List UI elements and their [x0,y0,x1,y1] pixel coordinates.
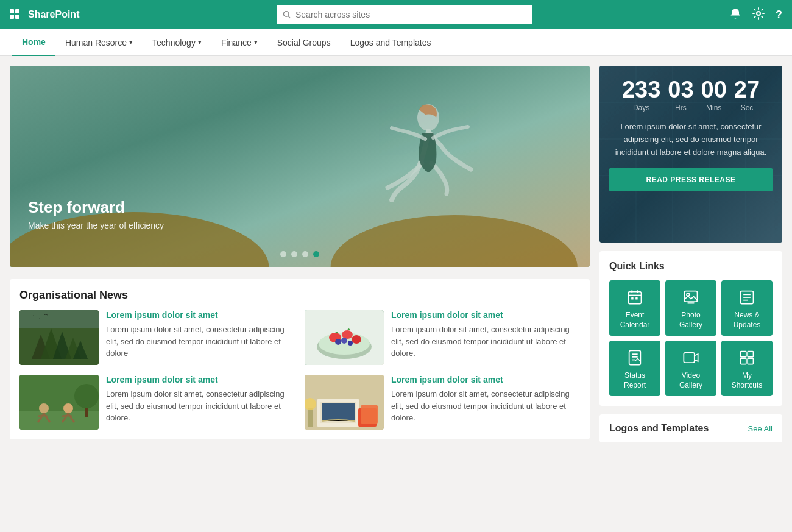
hero-slider[interactable]: Step forward Make this year the year of … [10,66,590,267]
app-title: SharePoint [28,9,79,20]
news-title-3[interactable]: Lorem ipsum dolor sit amet [106,375,295,385]
news-updates-label: News & Updates [726,311,768,330]
svg-rect-56 [687,302,695,303]
countdown-days: 233 Days [622,78,660,112]
news-content-1: Lorem ipsum dolor sit amet Lorem ipsum d… [106,310,295,360]
grid-icon[interactable] [10,9,21,20]
svg-line-5 [288,16,290,18]
svg-rect-68 [741,358,746,364]
logos-title: Logos and Templates [609,423,709,434]
photo-gallery-label: Photo Gallery [670,311,712,330]
nav-logos-templates[interactable]: Logos and Templates [341,29,441,56]
nav-social-groups[interactable]: Social Groups [267,29,341,56]
chevron-down-icon: ▾ [198,38,202,46]
news-body-3: Lorem ipsum dolor sit amet, consectetur … [106,388,295,424]
svg-rect-17 [19,310,99,328]
hero-dot-4[interactable] [313,251,319,257]
logos-see-all-link[interactable]: See All [748,424,773,433]
svg-rect-38 [361,405,378,424]
news-title-4[interactable]: Lorem ipsum dolor sit amet [391,375,580,385]
svg-rect-67 [748,352,753,357]
settings-gear-icon[interactable] [752,7,765,23]
svg-rect-2 [10,15,14,19]
quick-link-video-gallery[interactable]: Video Gallery [665,341,716,396]
svg-point-30 [63,403,73,413]
event-calendar-label: Event Calendar [614,311,656,330]
svg-rect-3 [15,15,19,19]
status-report-label: Status Report [614,371,656,390]
report-icon [626,349,643,366]
nav-technology[interactable]: Technology ▾ [143,29,211,56]
notification-bell-icon[interactable] [729,7,741,23]
sec-label: Sec [734,104,760,112]
days-value: 233 [622,78,660,101]
logos-templates-section: Logos and Templates See All [599,414,782,442]
days-label: Days [622,104,660,112]
quick-link-status-report[interactable]: Status Report [609,341,660,396]
main-layout: Step forward Make this year the year of … [0,56,792,442]
svg-point-4 [283,12,289,17]
countdown-hours: 03 Hrs [668,78,693,112]
top-nav-actions: ? [729,7,782,23]
svg-rect-66 [741,352,746,357]
svg-point-29 [39,403,49,413]
quick-link-photo-gallery[interactable]: Photo Gallery [665,280,716,336]
quick-link-my-shortcuts[interactable]: My Shortcuts [721,341,773,396]
svg-rect-36 [322,403,355,421]
hero-dot-1[interactable] [280,251,286,257]
countdown-seconds: 27 Sec [734,78,760,112]
svg-point-26 [348,341,353,346]
quick-link-news-updates[interactable]: News & Updates [721,280,773,336]
countdown-minutes: 00 Mins [701,78,727,112]
countdown-description: Lorem ipsum dolor sit amet, consectetur … [609,121,773,158]
org-news-title: Organisational News [19,289,580,302]
my-shortcuts-label: My Shortcuts [726,371,768,390]
press-release-button[interactable]: READ PRESS RELEASE [609,168,773,191]
chevron-down-icon: ▾ [254,38,258,46]
hero-dots [280,251,319,257]
nav-human-resource[interactable]: Human Resorce ▾ [55,29,143,56]
svg-rect-54 [685,291,698,302]
quick-links-title: Quick Links [609,261,773,272]
quick-links-section: Quick Links Event Calendar [599,251,782,406]
news-grid: Lorem ipsum dolor sit amet Lorem ipsum d… [19,310,580,430]
hero-dot-3[interactable] [302,251,308,257]
news-title-2[interactable]: Lorem ipsum dolor sit amet [391,310,580,320]
svg-rect-39 [308,408,313,427]
news-body-1: Lorem ipsum dolor sit amet, consectetur … [106,324,295,360]
shortcuts-icon [738,349,755,366]
svg-rect-69 [748,358,753,364]
hero-dot-2[interactable] [291,251,297,257]
hrs-value: 03 [668,78,693,101]
org-news-section: Organisational News [10,279,590,439]
video-icon [682,349,699,366]
search-bar[interactable] [277,5,532,24]
svg-rect-48 [629,292,642,304]
nav-finance[interactable]: Finance ▾ [211,29,267,56]
svg-rect-65 [684,353,695,363]
nav-home[interactable]: Home [12,29,55,56]
top-navigation: SharePoint ? [0,0,792,29]
search-input[interactable] [295,10,526,20]
video-gallery-label: Video Gallery [670,371,712,390]
svg-point-7 [757,12,760,15]
countdown-content: 233 Days 03 Hrs 00 Mins 27 Sec [609,78,773,191]
chevron-down-icon: ▾ [129,38,133,46]
quick-link-event-calendar[interactable]: Event Calendar [609,280,660,336]
news-item: Lorem ipsum dolor sit amet Lorem ipsum d… [19,310,295,365]
news-title-1[interactable]: Lorem ipsum dolor sit amet [106,310,295,320]
hero-figure [322,78,517,261]
right-sidebar: 233 Days 03 Hrs 00 Mins 27 Sec [599,66,782,442]
svg-point-31 [74,384,99,408]
svg-rect-52 [631,297,634,300]
svg-rect-1 [15,9,19,13]
sec-value: 27 [734,78,760,101]
svg-rect-6 [735,18,737,19]
mins-label: Mins [701,104,727,112]
svg-point-22 [342,330,353,339]
help-question-icon[interactable]: ? [776,9,782,21]
left-content: Step forward Make this year the year of … [10,66,590,442]
svg-point-23 [352,335,361,344]
hero-subtitle: Make this year the year of efficiency [28,221,164,230]
news-item: Lorem ipsum dolor sit amet Lorem ipsum d… [305,310,580,365]
